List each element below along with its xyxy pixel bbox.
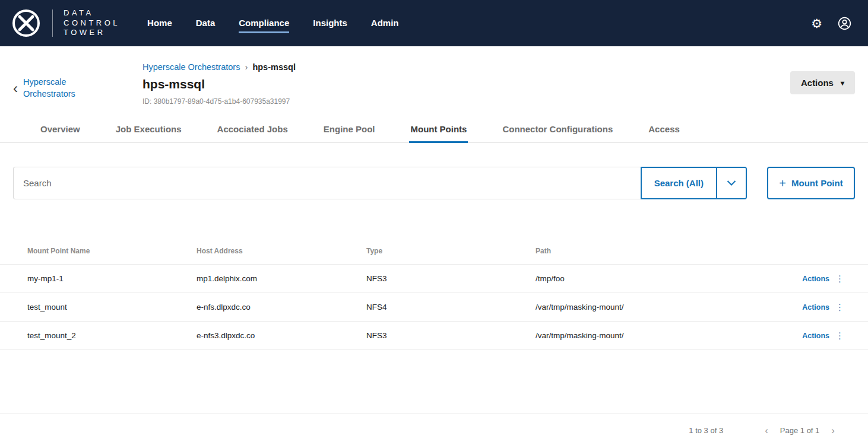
page-title: hps-mssql (142, 77, 296, 91)
nav-item-home[interactable]: Home (147, 13, 172, 33)
search-toolbar: Search (All) + Mount Point (13, 167, 855, 199)
actions-button[interactable]: Actions ▾ (790, 71, 855, 94)
row-actions-link[interactable]: Actions (802, 303, 829, 312)
row-actions: Actions ⋮ (802, 331, 844, 340)
breadcrumb: Hyperscale Orchestrators › hps-mssql (142, 62, 296, 72)
next-page-icon[interactable]: › (829, 425, 837, 436)
back-link[interactable]: ‹ Hyperscale Orchestrators (13, 71, 142, 106)
table-row: test_mount e-nfs.dlpxdc.co NFS4 /var/tmp… (0, 293, 868, 322)
cell-mount-point-name: my-mp1-1 (27, 274, 197, 283)
tab-overview[interactable]: Overview (39, 115, 81, 143)
row-actions: Actions ⋮ (802, 274, 844, 283)
cell-mount-point-name: test_mount_2 (27, 331, 197, 340)
column-header-type: Type (366, 247, 536, 255)
nav-item-insights[interactable]: Insights (313, 13, 347, 33)
add-mount-point-label: Mount Point (791, 178, 843, 188)
cell-host-address: mp1.delphix.com (197, 274, 366, 283)
tab-engine-pool[interactable]: Engine Pool (322, 115, 376, 143)
cell-path: /var/tmp/masking-mount/ (536, 303, 773, 312)
pagination-page: Page 1 of 1 (780, 426, 820, 435)
search-scope-dropdown[interactable] (716, 168, 746, 198)
search-all-button[interactable]: Search (All) (642, 168, 716, 198)
main-nav: Home Data Compliance Insights Admin (147, 13, 398, 33)
breadcrumb-parent-link[interactable]: Hyperscale Orchestrators (142, 62, 240, 72)
search-input[interactable] (13, 167, 641, 199)
tab-mount-points[interactable]: Mount Points (409, 115, 468, 143)
tab-bar: Overview Job Executions Accociated Jobs … (0, 115, 868, 143)
cell-host-address: e-nfs.dlpxdc.co (197, 303, 366, 312)
brand-divider (52, 9, 53, 37)
plus-icon: + (779, 177, 786, 189)
table-row: test_mount_2 e-nfs3.dlpxdc.co NFS3 /var/… (0, 322, 868, 350)
back-chevron-icon: ‹ (13, 81, 18, 96)
tab-access[interactable]: Access (647, 115, 681, 143)
add-mount-point-button[interactable]: + Mount Point (767, 167, 855, 199)
kebab-menu-icon[interactable]: ⋮ (835, 331, 844, 340)
breadcrumb-current: hps-mssql (252, 62, 296, 72)
pagination-bar: 1 to 3 of 3 ‹ Page 1 of 1 › (0, 413, 868, 445)
topbar-right: ⚙ (811, 17, 851, 30)
brand-wordmark: DATA CONTROL TOWER (64, 8, 120, 39)
kebab-menu-icon[interactable]: ⋮ (835, 274, 844, 283)
settings-gear-icon[interactable]: ⚙ (811, 17, 822, 30)
cell-path: /tmp/foo (536, 274, 773, 283)
nav-item-compliance[interactable]: Compliance (239, 13, 289, 33)
column-header-mount-point-name: Mount Point Name (27, 247, 197, 255)
mount-points-table: Mount Point Name Host Address Type Path … (0, 237, 868, 350)
cell-type: NFS4 (366, 303, 536, 312)
top-navigation-bar: DATA CONTROL TOWER Home Data Compliance … (0, 0, 868, 46)
column-header-host-address: Host Address (197, 247, 366, 255)
tab-job-executions[interactable]: Job Executions (115, 115, 183, 143)
pagination-range: 1 to 3 of 3 (689, 426, 723, 435)
back-link-label: Hyperscale Orchestrators (23, 77, 88, 100)
cell-type: NFS3 (366, 331, 536, 340)
table-header-row: Mount Point Name Host Address Type Path (0, 237, 868, 265)
user-account-icon[interactable] (838, 17, 851, 30)
tab-accociated-jobs[interactable]: Accociated Jobs (216, 115, 289, 143)
breadcrumb-separator-icon: › (245, 62, 248, 72)
page-header: ‹ Hyperscale Orchestrators Hyperscale Or… (0, 46, 868, 106)
tab-connector-configurations[interactable]: Connector Configurations (501, 115, 614, 143)
kebab-menu-icon[interactable]: ⋮ (835, 303, 844, 312)
nav-item-data[interactable]: Data (196, 13, 216, 33)
cell-path: /var/tmp/masking-mount/ (536, 331, 773, 340)
actions-button-label: Actions (801, 78, 834, 88)
cell-type: NFS3 (366, 274, 536, 283)
brand-logo[interactable]: DATA CONTROL TOWER (8, 8, 120, 39)
orchestrator-id: ID: 380b1797-89a0-4d75-a1b4-607935a31997 (142, 97, 296, 106)
column-header-path: Path (536, 247, 773, 255)
caret-down-icon: ▾ (841, 79, 844, 87)
row-actions-link[interactable]: Actions (802, 275, 829, 283)
cell-mount-point-name: test_mount (27, 303, 197, 312)
nav-item-admin[interactable]: Admin (371, 13, 399, 33)
table-row: my-mp1-1 mp1.delphix.com NFS3 /tmp/foo A… (0, 265, 868, 293)
cell-host-address: e-nfs3.dlpxdc.co (197, 331, 366, 340)
dct-logo-icon (8, 8, 44, 38)
previous-page-icon[interactable]: ‹ (762, 425, 771, 436)
row-actions-link[interactable]: Actions (802, 332, 829, 340)
search-button-group: Search (All) (641, 167, 747, 199)
row-actions: Actions ⋮ (802, 303, 844, 312)
title-block: Hyperscale Orchestrators › hps-mssql hps… (142, 62, 296, 106)
chevron-down-icon (727, 180, 736, 186)
